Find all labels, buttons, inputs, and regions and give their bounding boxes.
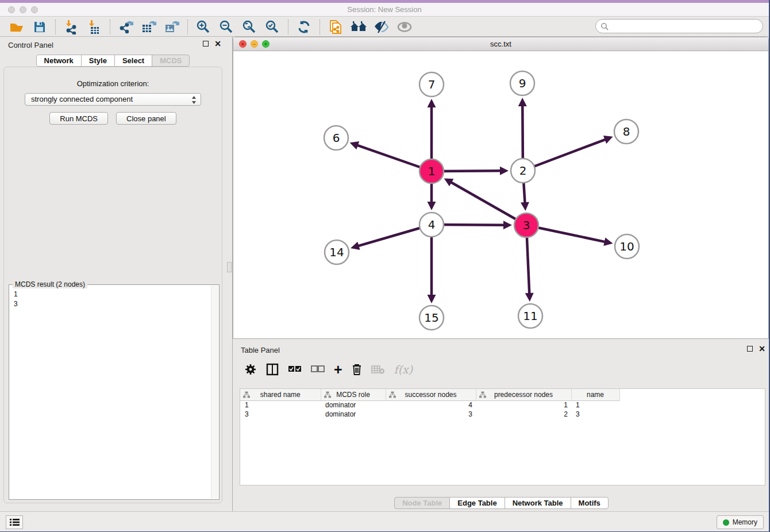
delete-table-icon[interactable] <box>371 361 385 377</box>
table-settings-gear-icon[interactable] <box>244 361 257 377</box>
node-3[interactable]: 3 <box>514 213 538 237</box>
tab-node-table[interactable]: Node Table <box>394 497 450 509</box>
search-input[interactable] <box>612 22 763 30</box>
node-6[interactable]: 6 <box>324 126 348 150</box>
float-panel-icon[interactable] <box>203 41 209 47</box>
select-all-rows-icon[interactable] <box>288 361 302 377</box>
result-scrollbar[interactable] <box>211 286 218 499</box>
memory-label: Memory <box>733 518 757 526</box>
tab-style[interactable]: Style <box>81 55 115 67</box>
task-history-button[interactable] <box>6 515 23 529</box>
open-session-icon[interactable] <box>7 19 26 35</box>
column-header-shared-name[interactable]: shared name <box>240 389 321 400</box>
svg-text:4: 4 <box>428 218 436 232</box>
node-11[interactable]: 11 <box>518 304 542 328</box>
edge-3-1[interactable] <box>444 178 526 225</box>
mcds-result-box: MCDS result (2 nodes) 1 3 <box>9 284 220 500</box>
tab-edge-table[interactable]: Edge Table <box>449 497 505 509</box>
memory-button[interactable]: Memory <box>717 515 764 529</box>
float-table-panel-icon[interactable] <box>747 346 753 352</box>
edge-1-6[interactable] <box>350 141 432 171</box>
tab-motifs[interactable]: Motifs <box>571 497 609 509</box>
edge-2-8[interactable] <box>523 136 613 171</box>
row-filler <box>619 410 765 419</box>
select-stepper-icon <box>191 95 197 108</box>
zoom-out-icon[interactable] <box>217 19 236 35</box>
close-table-panel-icon[interactable]: ✕ <box>759 346 765 352</box>
column-layout-icon[interactable] <box>266 361 279 377</box>
cell-shared-name[interactable]: 1 <box>240 400 321 410</box>
svg-text:7: 7 <box>428 78 436 91</box>
table-row[interactable]: 3dominator323 <box>240 410 765 419</box>
zoom-selected-icon[interactable] <box>263 19 282 35</box>
network-canvas[interactable]: 7968124314101511 <box>233 51 768 339</box>
deselect-all-rows-icon[interactable] <box>311 361 325 377</box>
run-mcds-button[interactable]: Run MCDS <box>49 112 108 125</box>
save-session-icon[interactable] <box>30 19 49 35</box>
search-field[interactable] <box>595 19 763 33</box>
svg-text:1: 1 <box>428 164 436 178</box>
zoom-fit-icon[interactable] <box>240 19 259 35</box>
cell-shared-name[interactable]: 3 <box>240 410 321 419</box>
apply-function-icon[interactable]: f(x) <box>394 361 413 377</box>
tab-mcds[interactable]: MCDS <box>152 55 190 67</box>
column-header-predecessor-nodes[interactable]: predecessor nodes <box>476 389 571 400</box>
tab-network[interactable]: Network <box>36 55 82 67</box>
cell-successor-nodes[interactable]: 4 <box>386 400 476 410</box>
node-9[interactable]: 9 <box>510 71 534 95</box>
control-panel: Control Panel ✕ NetworkStyleSelectMCDS O… <box>0 37 226 507</box>
node-8[interactable]: 8 <box>614 119 638 144</box>
node-7[interactable]: 7 <box>419 72 444 97</box>
cell-name[interactable]: 3 <box>571 410 619 419</box>
cell-name[interactable]: 1 <box>571 400 619 410</box>
cell-predecessor-nodes[interactable]: 1 <box>476 400 571 410</box>
column-header-name[interactable]: name <box>571 389 619 400</box>
svg-text:2: 2 <box>519 164 527 178</box>
vertical-splitter[interactable] <box>226 37 233 511</box>
svg-text:14: 14 <box>329 245 344 259</box>
cell-MCDS-role[interactable]: dominator <box>321 410 386 419</box>
zoom-in-icon[interactable] <box>194 19 213 35</box>
export-table-icon[interactable] <box>139 19 159 35</box>
network-graph[interactable]: 7968124314101511 <box>233 51 769 339</box>
duplicate-network-icon[interactable] <box>326 19 345 35</box>
node-15[interactable]: 15 <box>419 306 444 330</box>
import-table-icon[interactable] <box>84 19 104 35</box>
import-network-icon[interactable] <box>61 19 81 35</box>
cell-MCDS-role[interactable]: dominator <box>321 400 386 410</box>
hide-selected-eye-icon[interactable] <box>372 19 391 35</box>
close-panel-button[interactable]: Close panel <box>116 112 176 125</box>
delete-column-trash-icon[interactable] <box>352 361 362 377</box>
network-window-titlebar: × − + scc.txt <box>233 37 768 51</box>
mcds-panel: Optimization criterion: strongly connect… <box>3 67 222 503</box>
tab-network-table[interactable]: Network Table <box>505 497 571 509</box>
node-1[interactable]: 1 <box>419 159 444 183</box>
cell-successor-nodes[interactable]: 3 <box>386 410 476 419</box>
node-10[interactable]: 10 <box>615 234 639 259</box>
tab-select[interactable]: Select <box>114 55 152 67</box>
close-panel-icon[interactable]: ✕ <box>214 41 221 47</box>
add-column-icon[interactable]: + <box>334 361 342 377</box>
node-table[interactable]: shared nameMCDS rolesuccessor nodesprede… <box>240 388 765 485</box>
table-header-row[interactable]: shared nameMCDS rolesuccessor nodesprede… <box>240 389 765 400</box>
toolbar-separator <box>288 20 288 34</box>
cell-predecessor-nodes[interactable]: 2 <box>476 410 571 419</box>
export-network-icon[interactable] <box>116 19 136 35</box>
svg-text:10: 10 <box>619 240 634 253</box>
node-4[interactable]: 4 <box>419 213 444 237</box>
criterion-select[interactable]: strongly connected component <box>25 93 201 106</box>
node-2[interactable]: 2 <box>511 159 535 183</box>
column-header-MCDS-role[interactable]: MCDS role <box>321 389 386 400</box>
refresh-icon[interactable] <box>294 19 314 35</box>
svg-text:9: 9 <box>519 76 526 90</box>
node-14[interactable]: 14 <box>325 240 349 264</box>
splitter-grip[interactable] <box>227 262 232 272</box>
export-image-icon[interactable] <box>162 19 182 35</box>
session-title: Session: New Session <box>0 5 769 14</box>
edge-3-10[interactable] <box>526 225 613 246</box>
table-row[interactable]: 1dominator411 <box>240 400 765 410</box>
table-toolbar: + f(x) <box>244 359 413 380</box>
show-all-eye-icon[interactable] <box>395 19 414 35</box>
home-icon[interactable] <box>349 19 368 35</box>
column-header-successor-nodes[interactable]: successor nodes <box>386 389 476 400</box>
